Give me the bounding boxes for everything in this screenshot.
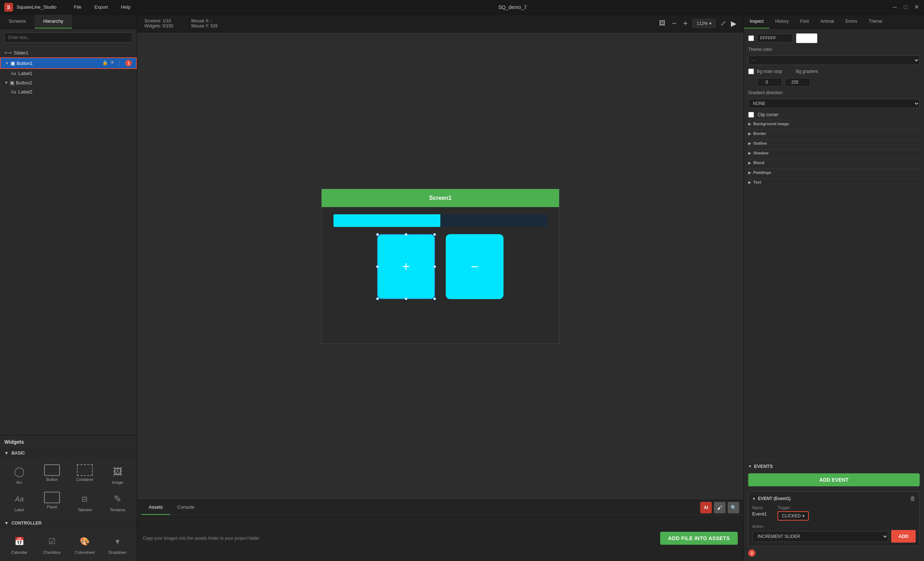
handle-ml: [376, 265, 379, 268]
assets-tab-console[interactable]: Console: [170, 500, 202, 515]
handle-br: [433, 297, 436, 300]
paddings-section[interactable]: ▶ Paddings: [748, 169, 920, 176]
button2-widget[interactable]: −: [446, 234, 504, 299]
slider-widget[interactable]: [333, 214, 547, 227]
action-select[interactable]: INCREMENT SLIDER: [752, 531, 888, 542]
add-event-button[interactable]: ADD EVENT: [748, 473, 920, 486]
zoom-in-button[interactable]: +: [681, 17, 689, 30]
menu-file[interactable]: File: [71, 3, 84, 11]
slider-icon: ⟷: [4, 50, 12, 55]
hierarchy-label-button2: Button2: [16, 80, 32, 85]
tab-hierarchy[interactable]: Hierarchy: [34, 15, 72, 28]
tab-errors[interactable]: Errors: [840, 15, 863, 28]
gradient-dir-select[interactable]: NONE: [748, 99, 920, 108]
menu-export[interactable]: Export: [92, 3, 111, 11]
panel-icon: [44, 492, 60, 503]
hierarchy-item-label1[interactable]: Aa Label1: [0, 69, 137, 78]
zoom-value: 112%: [697, 21, 708, 26]
controller-label: CONTROLLER: [12, 521, 42, 526]
menu-help[interactable]: Help: [118, 3, 134, 11]
canvas-viewport[interactable]: Screen1 +: [137, 33, 744, 500]
assets-content: Copy your images into the assets folder …: [137, 515, 744, 561]
button2-widget-icon: ▣: [10, 80, 14, 85]
bg-gradient-input[interactable]: [785, 78, 810, 87]
theme-color-row: Theme color: [748, 47, 920, 52]
event1-delete-button[interactable]: 🗑: [910, 495, 916, 502]
tab-font[interactable]: Font: [794, 15, 814, 28]
close-button[interactable]: ✕: [913, 4, 920, 10]
search-assets-icon[interactable]: 🔍: [728, 502, 739, 513]
add-file-button[interactable]: ADD FILE INTO ASSETS: [660, 532, 738, 545]
play-button[interactable]: ▶: [731, 19, 736, 28]
zoom-display[interactable]: 112% ▾: [693, 19, 716, 28]
assets-tabs: Assets Console AI 🖌 🔍: [137, 500, 744, 515]
bg-main-stop-checkbox[interactable]: [748, 69, 754, 74]
paint-icon[interactable]: 🖌: [714, 502, 726, 513]
widget-arc[interactable]: ◯ Arc: [4, 461, 35, 488]
bg-stops-values-row: [748, 78, 920, 87]
widget-button[interactable]: Button: [36, 461, 68, 488]
widget-dropdown[interactable]: ▾ Dropdown: [102, 531, 133, 557]
tab-screens[interactable]: Screens: [0, 15, 34, 28]
color-checkbox[interactable]: [748, 35, 754, 41]
event1-trigger-field: Trigger CLICKED ▾: [777, 506, 808, 521]
checkbox-icon: ☑: [43, 534, 61, 549]
titlebar: S SquareLine_Studio File Export Help SQ_…: [0, 0, 924, 15]
button1-widget[interactable]: +: [377, 234, 435, 299]
bg-main-stop-input[interactable]: [757, 78, 782, 87]
bg-image-section[interactable]: ▶ Background image: [748, 120, 920, 127]
event1-action-section: Action INCREMENT SLIDER ADD: [752, 524, 916, 543]
events-section: ▼ EVENTS ADD EVENT ▼ EVENT (Event1) 🗑: [744, 459, 924, 561]
canvas-toolbar: Screens: 1/10 Widgets: 5/150 Mouse X: - …: [137, 15, 744, 33]
widget-label[interactable]: Aa Label: [4, 489, 35, 515]
event1-trigger-label: Trigger: [777, 506, 808, 510]
maximize-button[interactable]: □: [902, 4, 909, 10]
section-basic-header[interactable]: ▼ BASIC: [0, 449, 137, 458]
lock-icon[interactable]: 🔒: [102, 60, 108, 66]
section-controller-header[interactable]: ▼ CONTROLLER: [0, 518, 137, 528]
event1-trigger-value[interactable]: CLICKED ▾: [777, 511, 808, 521]
widget-tabview[interactable]: ⊟ Tabview: [69, 489, 101, 515]
widget-colorwheel[interactable]: 🎨 Colorwheel: [69, 531, 101, 557]
fullscreen-button[interactable]: ⤢: [719, 18, 727, 29]
trigger-dropdown-arrow: ▾: [802, 513, 804, 518]
border-section[interactable]: ▶ Border: [748, 130, 920, 137]
event1-name-label: Name: [752, 506, 766, 510]
widget-checkbox[interactable]: ☑ Checkbox: [36, 531, 68, 557]
add-action-button[interactable]: ADD: [891, 530, 916, 543]
search-bar: [0, 29, 137, 46]
main-layout: Screens Hierarchy ⟷ Slider1 ▼ ▣ Button1 …: [0, 15, 924, 561]
bg-main-stop-label: Bg main stop: [757, 69, 793, 74]
search-input[interactable]: [4, 33, 132, 43]
assets-tab-assets[interactable]: Assets: [141, 500, 170, 515]
widget-calendar[interactable]: 📅 Calendar: [4, 531, 35, 557]
blend-section[interactable]: ▶ Blend: [748, 159, 920, 166]
menu-dots-icon[interactable]: ⋮: [117, 60, 122, 66]
ai-icon[interactable]: AI: [700, 502, 712, 513]
button2-minus-icon: −: [471, 259, 478, 274]
tab-history[interactable]: History: [770, 15, 794, 28]
minimize-button[interactable]: ─: [891, 4, 898, 10]
zoom-out-button[interactable]: −: [670, 17, 678, 30]
hierarchy-label-label2: Label2: [18, 89, 33, 94]
eye-icon[interactable]: 👁: [110, 60, 115, 66]
hierarchy-item-button2[interactable]: ▼ ▣ Button2: [0, 78, 137, 87]
tab-theme[interactable]: Theme: [863, 15, 888, 28]
widget-panel[interactable]: Panel: [36, 489, 68, 515]
theme-color-select[interactable]: -: [748, 55, 920, 65]
color-swatch[interactable]: [796, 33, 818, 43]
tab-animat[interactable]: Animat: [814, 15, 840, 28]
tab-inspect[interactable]: Inspect: [744, 15, 770, 28]
gradient-dir-label: Gradient direction: [748, 90, 784, 95]
widget-textarea[interactable]: ✎ Textarea: [102, 489, 133, 515]
hierarchy-item-button1[interactable]: ▼ ▣ Button1 🔒 👁 ⋮ 1: [0, 57, 137, 69]
hierarchy-item-label2[interactable]: Aa Label2: [0, 87, 137, 96]
clip-corner-checkbox[interactable]: [748, 112, 754, 118]
image-settings-button[interactable]: 🖼: [658, 18, 667, 28]
hierarchy-item-slider1[interactable]: ⟷ Slider1: [0, 48, 137, 57]
widget-image[interactable]: 🖼 Image: [102, 461, 133, 488]
widget-container[interactable]: Container: [69, 461, 101, 488]
shadow-section[interactable]: ▶ Shadow: [748, 149, 920, 157]
outline-section[interactable]: ▶ Outline: [748, 139, 920, 147]
text-section[interactable]: ▶ Text: [748, 178, 920, 186]
